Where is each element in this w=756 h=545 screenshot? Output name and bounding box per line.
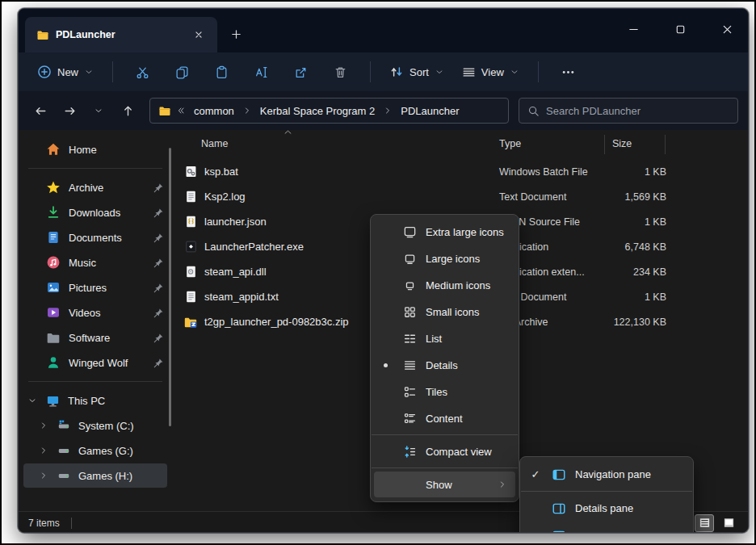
- chevron-right-icon: [242, 106, 252, 115]
- menu-item-label: Extra large icons: [421, 226, 515, 238]
- sidebar-item-label: Documents: [69, 232, 145, 244]
- view-dropdown-menu: Extra large icons Large icons Medium ico…: [370, 214, 519, 502]
- file-size: 1 KB: [595, 216, 666, 228]
- file-name: t2gp_launcher_pd-0982b3c.zip: [204, 316, 349, 328]
- minimize-button[interactable]: [617, 17, 649, 41]
- sidebar-item-winged-wolf[interactable]: Winged Wolf: [23, 350, 167, 375]
- view-button[interactable]: View: [455, 60, 527, 85]
- menu-item-navigation-pane[interactable]: ✓ Navigation pane: [523, 461, 690, 488]
- thumbnail-view-toggle[interactable]: [719, 514, 738, 532]
- search-box[interactable]: [519, 98, 738, 124]
- sidebar-item-this-pc[interactable]: This PC: [23, 388, 167, 413]
- breadcrumb-common[interactable]: common: [191, 103, 237, 119]
- folder-icon: [36, 28, 49, 41]
- menu-item-label: Large icons: [421, 253, 515, 265]
- column-separator[interactable]: [604, 135, 605, 154]
- file-size: 122,130 KB: [595, 317, 666, 328]
- details-view-toggle[interactable]: [695, 514, 714, 532]
- menu-item-details[interactable]: Details: [374, 352, 515, 378]
- sidebar-item-software[interactable]: Software: [23, 325, 167, 350]
- ellipsis-icon: [561, 65, 575, 79]
- sidebar-item-system-c[interactable]: System (C:): [23, 413, 167, 438]
- menu-item-large-icons[interactable]: Large icons: [374, 245, 515, 271]
- copy-button[interactable]: [164, 60, 200, 85]
- sidebar-item-archive[interactable]: Archive: [23, 175, 167, 199]
- sidebar-item-pictures[interactable]: Pictures: [23, 275, 167, 300]
- titlebar[interactable]: PDLauncher: [19, 9, 748, 52]
- checkmark-icon: ✓: [523, 468, 548, 480]
- tab-pdlauncher[interactable]: PDLauncher: [25, 17, 217, 52]
- file-type: Text Document: [499, 191, 566, 203]
- sort-button[interactable]: Sort: [382, 59, 452, 85]
- menu-item-tiles[interactable]: Tiles: [374, 379, 515, 405]
- menu-item-show[interactable]: Show: [374, 472, 515, 497]
- pin-icon: [153, 306, 164, 319]
- menu-item-content[interactable]: Content: [374, 405, 515, 431]
- recent-locations-button[interactable]: [86, 99, 111, 123]
- breadcrumb[interactable]: common Kerbal Space Program 2 PDLauncher: [149, 98, 509, 124]
- sm-icons-icon: [403, 305, 417, 319]
- up-button[interactable]: [116, 99, 140, 123]
- menu-item-compact-view[interactable]: Compact view: [374, 438, 515, 464]
- main-area: Home Archive Downloads Documents Music P…: [19, 130, 748, 511]
- new-button[interactable]: New: [30, 59, 101, 85]
- drive-windows-icon: [57, 419, 70, 432]
- pin-icon: [153, 356, 164, 369]
- more-options-button[interactable]: [550, 60, 586, 85]
- file-size: 1,569 KB: [595, 191, 666, 203]
- rename-button[interactable]: [243, 60, 279, 85]
- menu-item-extra-large-icons[interactable]: Extra large icons: [374, 219, 515, 245]
- sidebar-item-downloads[interactable]: Downloads: [23, 200, 167, 224]
- menu-item-list[interactable]: List: [374, 325, 515, 351]
- breadcrumb-ksp2[interactable]: Kerbal Space Program 2: [257, 103, 378, 119]
- sidebar-item-videos[interactable]: Videos: [23, 300, 167, 325]
- tab-close-button[interactable]: [188, 24, 209, 45]
- delete-button[interactable]: [322, 60, 359, 85]
- file-bat-icon: [183, 165, 198, 179]
- submenu-chevron-icon: [498, 480, 515, 489]
- column-separator[interactable]: [665, 135, 666, 154]
- sidebar-scrollbar[interactable]: [169, 148, 171, 426]
- sidebar-item-label: Games (H:): [78, 470, 164, 482]
- file-size: 234 KB: [595, 266, 666, 278]
- column-header-size[interactable]: Size: [612, 138, 632, 149]
- breadcrumb-pdlauncher[interactable]: PDLauncher: [397, 103, 462, 119]
- sidebar-item-music[interactable]: Music: [23, 250, 167, 275]
- menu-item-preview-pane[interactable]: Preview pane: [523, 522, 690, 533]
- menu-item-medium-icons[interactable]: Medium icons: [374, 272, 515, 298]
- minimize-icon: [628, 23, 640, 36]
- paste-button[interactable]: [204, 60, 240, 85]
- column-header-type[interactable]: Type: [499, 138, 521, 149]
- sidebar-item-home[interactable]: Home: [23, 137, 167, 161]
- user-icon: [46, 355, 61, 370]
- share-button[interactable]: [283, 60, 319, 85]
- menu-item-label: Small icons: [421, 306, 515, 318]
- sidebar-item-games-g[interactable]: Games (G:): [23, 438, 167, 463]
- forward-button[interactable]: [57, 99, 82, 123]
- file-row-ksp2-log[interactable]: Ksp2.log Text Document 1,569 KB: [175, 184, 745, 209]
- chevron-right-icon[interactable]: [38, 446, 49, 455]
- chevron-down-icon[interactable]: [27, 396, 38, 405]
- new-tab-button[interactable]: [224, 22, 248, 46]
- sidebar-item-label: Videos: [69, 307, 145, 319]
- chevron-right-icon[interactable]: [38, 421, 49, 430]
- chevron-right-icon[interactable]: [38, 471, 49, 480]
- menu-item-small-icons[interactable]: Small icons: [374, 299, 515, 325]
- column-header-name[interactable]: Name: [201, 138, 228, 149]
- search-input[interactable]: [546, 105, 729, 117]
- back-button[interactable]: [28, 99, 52, 123]
- maximize-button[interactable]: [664, 17, 696, 41]
- breadcrumb-overflow-icon[interactable]: [176, 106, 186, 115]
- chevron-right-icon: [383, 106, 393, 115]
- sidebar-item-documents[interactable]: Documents: [23, 225, 167, 249]
- close-button[interactable]: [711, 17, 743, 41]
- view-label: View: [481, 66, 504, 78]
- toolbar-divider: [538, 61, 539, 82]
- sidebar-item-label: This PC: [68, 395, 164, 407]
- menu-item-details-pane[interactable]: Details pane: [523, 495, 690, 522]
- sort-label: Sort: [410, 66, 429, 78]
- file-row-ksp-bat[interactable]: ksp.bat Windows Batch File 1 KB: [175, 159, 745, 184]
- cut-button[interactable]: [124, 60, 161, 85]
- sidebar-item-games-h[interactable]: Games (H:): [23, 463, 167, 488]
- arrow-up-icon: [121, 104, 135, 118]
